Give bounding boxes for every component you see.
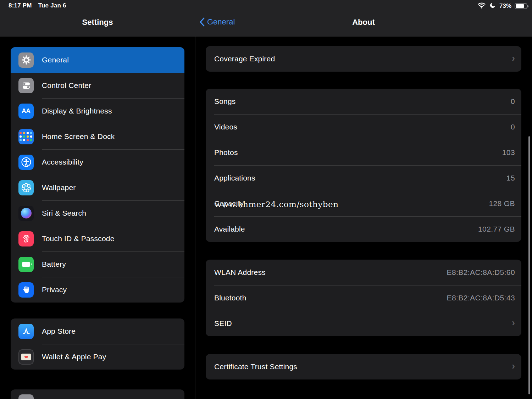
songs-row: Songs 0 (206, 89, 521, 114)
page-title: About (195, 18, 532, 27)
seid-row[interactable]: SEID › (206, 311, 521, 336)
scrollbar[interactable] (528, 136, 530, 394)
sidebar-group-passwords: Passwords (11, 389, 184, 399)
sidebar-item-label: Touch ID & Passcode (42, 234, 115, 243)
do-not-disturb-moon-icon (489, 2, 496, 10)
row-label: Applications (214, 174, 255, 182)
status-time: 8:17 PM (9, 2, 32, 9)
sidebar-item-label: Display & Brightness (42, 107, 112, 115)
certificate-card: Certificate Trust Settings › (206, 354, 521, 379)
photos-row: Photos 103 (206, 140, 521, 165)
sidebar-item-privacy[interactable]: Privacy (11, 277, 184, 303)
sidebar-item-battery[interactable]: Battery (11, 251, 184, 277)
bluetooth-row: Bluetooth E8:B2:AC:8A:D5:43 (206, 285, 521, 311)
fingerprint-icon (18, 231, 34, 246)
row-label: Photos (214, 148, 238, 157)
sidebar-item-app-store[interactable]: App Store (11, 318, 184, 344)
sidebar-item-label: Control Center (42, 81, 91, 90)
status-indicators: 73% (477, 2, 527, 10)
row-value: 102.77 GB (478, 225, 515, 233)
chevron-right-icon: › (512, 318, 515, 328)
row-label: WLAN Address (214, 268, 266, 277)
sidebar-item-label: General (42, 56, 69, 64)
sidebar-item-label: Home Screen & Dock (42, 132, 115, 141)
hand-icon (18, 282, 34, 298)
wlan-address-row: WLAN Address E8:B2:AC:8A:D5:60 (206, 260, 521, 285)
sidebar-item-wallet-apple-pay[interactable]: Wallet & Apple Pay (11, 344, 184, 370)
sidebar-item-control-center[interactable]: Control Center (11, 73, 184, 98)
coverage-card: Coverage Expired › (206, 46, 521, 72)
gear-icon (18, 52, 34, 68)
sidebar-item-touch-id-passcode[interactable]: Touch ID & Passcode (11, 226, 184, 251)
chevron-right-icon: › (512, 361, 515, 371)
sidebar-group-store: App Store Wallet & Apple Pay (11, 318, 184, 370)
watermark-text: www.khmer24.com/sothyben (215, 200, 339, 209)
sidebar-item-display-brightness[interactable]: AA Display & Brightness (11, 98, 184, 124)
status-clock: 8:17 PM Tue Jan 6 (9, 2, 66, 9)
app-store-icon (18, 324, 34, 339)
applications-row: Applications 15 (206, 165, 521, 191)
row-value: 128 GB (489, 199, 515, 208)
battery-icon (515, 3, 527, 9)
row-value: E8:B2:AC:8A:D5:43 (447, 294, 515, 302)
device-stats-card: Songs 0 Videos 0 Photos 103 Applications… (206, 89, 521, 242)
row-label: Available (214, 225, 245, 233)
wallet-icon (18, 349, 34, 365)
row-label: Bluetooth (214, 294, 246, 302)
row-value: E8:B2:AC:8A:D5:60 (447, 268, 515, 277)
coverage-expired-row[interactable]: Coverage Expired › (206, 46, 521, 72)
wallpaper-flower-icon (18, 180, 34, 195)
battery-green-icon (18, 257, 34, 272)
row-label: Songs (214, 97, 236, 106)
row-label: Videos (214, 123, 237, 131)
sidebar-title: Settings (0, 18, 195, 27)
row-value: 103 (502, 148, 515, 157)
sidebar-item-home-screen-dock[interactable]: Home Screen & Dock (11, 124, 184, 149)
network-ids-card: WLAN Address E8:B2:AC:8A:D5:60 Bluetooth… (206, 260, 521, 336)
sidebar-item-label: Battery (42, 260, 66, 268)
sidebar-item-label: Accessibility (42, 158, 83, 166)
battery-percent: 73% (499, 2, 511, 10)
sidebar-item-label: Wallet & Apple Pay (42, 353, 106, 361)
wifi-icon (477, 2, 486, 10)
chevron-right-icon: › (512, 54, 515, 63)
sidebar-item-label: Wallpaper (42, 183, 76, 192)
siri-icon (18, 206, 34, 221)
sidebar-item-general[interactable]: General (11, 47, 184, 73)
display-brightness-icon: AA (18, 104, 34, 119)
row-label: Coverage Expired (214, 55, 275, 63)
sidebar-group-main: General Control Center AA Display & Brig… (11, 47, 184, 303)
home-screen-dock-icon (18, 129, 34, 144)
sidebar-item-wallpaper[interactable]: Wallpaper (11, 175, 184, 200)
control-center-icon (18, 78, 34, 93)
status-date: Tue Jan 6 (38, 2, 66, 9)
row-value: 0 (511, 97, 515, 106)
row-label: SEID (214, 319, 232, 328)
sidebar-item-passwords[interactable]: Passwords (11, 389, 184, 399)
settings-app-screen: 8:17 PM Tue Jan 6 73% Sett (0, 0, 532, 399)
row-value: 0 (511, 123, 515, 131)
sidebar-item-label: Privacy (42, 286, 67, 294)
available-row: Available 102.77 GB (206, 216, 521, 242)
pane-divider (195, 0, 195, 399)
sidebar-item-siri-search[interactable]: Siri & Search (11, 200, 184, 226)
sidebar-item-accessibility[interactable]: Accessibility (11, 149, 184, 175)
row-value: 15 (506, 174, 515, 182)
sidebar-item-label: Siri & Search (42, 209, 86, 217)
key-icon (18, 394, 34, 399)
videos-row: Videos 0 (206, 114, 521, 140)
row-label: Certificate Trust Settings (214, 362, 297, 371)
top-chrome: 8:17 PM Tue Jan 6 73% Sett (0, 0, 532, 37)
certificate-trust-settings-row[interactable]: Certificate Trust Settings › (206, 354, 521, 379)
sidebar-item-label: App Store (42, 327, 76, 336)
accessibility-icon (18, 155, 34, 170)
